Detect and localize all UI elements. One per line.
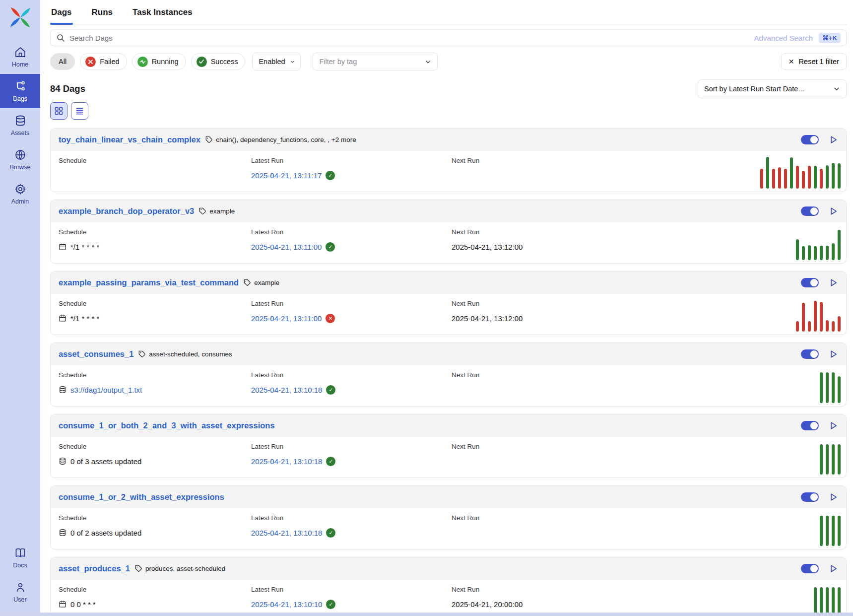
latest-run-time-link[interactable]: 2025-04-21, 13:10:18 bbox=[251, 386, 322, 394]
run-bar[interactable] bbox=[814, 301, 817, 332]
latest-run-time-link[interactable]: 2025-04-21, 13:11:17 bbox=[251, 171, 322, 180]
run-bar[interactable] bbox=[796, 321, 799, 332]
tag-filter-select[interactable]: Filter by tag bbox=[313, 53, 438, 70]
run-bar[interactable] bbox=[796, 239, 799, 260]
dag-name-link[interactable]: example_passing_params_via_test_command bbox=[59, 278, 239, 287]
dag-name-link[interactable]: toy_chain_linear_vs_chain_complex bbox=[59, 135, 200, 144]
run-bar[interactable] bbox=[838, 516, 841, 546]
run-bar[interactable] bbox=[832, 321, 835, 332]
advanced-search-link[interactable]: Advanced Search bbox=[754, 34, 813, 42]
latest-run-time-link[interactable]: 2025-04-21, 13:11:00 bbox=[251, 314, 322, 323]
enabled-filter-select[interactable]: Enabled bbox=[252, 53, 301, 70]
run-bar[interactable] bbox=[814, 246, 817, 260]
run-bar[interactable] bbox=[802, 303, 805, 332]
tab-task-instances[interactable]: Task Instances bbox=[131, 7, 194, 24]
airflow-logo-icon[interactable] bbox=[9, 6, 32, 29]
dag-pause-toggle[interactable] bbox=[801, 278, 819, 287]
dag-name-link[interactable]: example_branch_dop_operator_v3 bbox=[59, 206, 194, 216]
run-bar[interactable] bbox=[832, 587, 835, 616]
trigger-dag-button[interactable] bbox=[829, 421, 838, 430]
run-bar[interactable] bbox=[808, 245, 811, 260]
dag-name-link[interactable]: consume_1_or_2_with_asset_expressions bbox=[59, 492, 224, 502]
run-bar[interactable] bbox=[796, 166, 799, 189]
run-bar[interactable] bbox=[838, 376, 841, 403]
run-bar[interactable] bbox=[802, 171, 805, 189]
run-bar[interactable] bbox=[814, 587, 817, 616]
dag-name-link[interactable]: asset_produces_1 bbox=[59, 564, 130, 573]
run-bar[interactable] bbox=[832, 444, 835, 475]
run-bar[interactable] bbox=[820, 246, 823, 260]
latest-run-time-link[interactable]: 2025-04-21, 13:10:18 bbox=[251, 457, 322, 466]
run-bar[interactable] bbox=[826, 587, 829, 616]
run-bar[interactable] bbox=[826, 444, 829, 475]
run-bar[interactable] bbox=[820, 444, 823, 475]
dag-pause-toggle[interactable] bbox=[801, 135, 819, 144]
run-bar[interactable] bbox=[820, 372, 823, 403]
dag-name-link[interactable]: consume_1_or_both_2_and_3_with_asset_exp… bbox=[59, 421, 275, 430]
run-bar[interactable] bbox=[832, 243, 835, 260]
latest-run-time-link[interactable]: 2025-04-21, 13:10:18 bbox=[251, 529, 322, 537]
run-bar[interactable] bbox=[826, 372, 829, 403]
trigger-dag-button[interactable] bbox=[829, 564, 838, 573]
run-bar[interactable] bbox=[814, 166, 817, 189]
run-bar[interactable] bbox=[838, 587, 841, 616]
run-bar[interactable] bbox=[766, 157, 769, 189]
run-bar[interactable] bbox=[808, 321, 811, 332]
dag-pause-toggle[interactable] bbox=[801, 492, 819, 502]
trigger-dag-button[interactable] bbox=[829, 206, 838, 216]
run-bar[interactable] bbox=[802, 246, 805, 260]
run-bar[interactable] bbox=[820, 302, 823, 332]
sidebar-item-admin[interactable]: Admin bbox=[0, 177, 40, 211]
run-bar[interactable] bbox=[826, 165, 829, 189]
card-view-button[interactable] bbox=[50, 102, 67, 120]
sidebar-item-label: Home bbox=[12, 61, 28, 68]
run-bar[interactable] bbox=[778, 167, 781, 189]
dag-pause-toggle[interactable] bbox=[801, 349, 819, 359]
reset-filter-button[interactable]: ✕ Reset 1 filter bbox=[781, 53, 847, 70]
filter-success-chip[interactable]: Success bbox=[191, 53, 246, 70]
run-bar[interactable] bbox=[826, 516, 829, 546]
sidebar-item-assets[interactable]: Assets bbox=[0, 108, 40, 142]
latest-run-time-link[interactable]: 2025-04-21, 13:10:10 bbox=[251, 600, 322, 609]
run-bar[interactable] bbox=[820, 169, 823, 189]
run-bar[interactable] bbox=[838, 230, 841, 260]
tab-dags[interactable]: Dags bbox=[50, 7, 73, 24]
trigger-dag-button[interactable] bbox=[829, 135, 838, 144]
run-bar[interactable] bbox=[820, 516, 823, 546]
run-bar[interactable] bbox=[790, 157, 793, 189]
list-view-button[interactable] bbox=[71, 102, 88, 120]
run-bar[interactable] bbox=[826, 320, 829, 332]
run-bar[interactable] bbox=[760, 169, 763, 189]
run-bar[interactable] bbox=[838, 316, 841, 332]
run-bar[interactable] bbox=[832, 372, 835, 403]
trigger-dag-button[interactable] bbox=[829, 349, 838, 359]
sidebar-item-docs[interactable]: Docs bbox=[0, 541, 40, 575]
next-run-column: Next Run 2025-04-21, 13:12:00 bbox=[452, 228, 846, 252]
sidebar-item-browse[interactable]: Browse bbox=[0, 142, 40, 177]
run-bar[interactable] bbox=[838, 444, 841, 475]
trigger-dag-button[interactable] bbox=[829, 278, 838, 287]
run-bar[interactable] bbox=[832, 163, 835, 189]
run-bar[interactable] bbox=[784, 169, 787, 189]
run-bar[interactable] bbox=[820, 587, 823, 616]
filter-running-chip[interactable]: Running bbox=[132, 53, 186, 70]
tab-runs[interactable]: Runs bbox=[91, 7, 114, 24]
dag-pause-toggle[interactable] bbox=[801, 564, 819, 573]
trigger-dag-button[interactable] bbox=[829, 492, 838, 502]
sidebar-item-user[interactable]: User bbox=[0, 575, 40, 609]
run-bar[interactable] bbox=[838, 163, 841, 189]
search-input[interactable] bbox=[50, 29, 847, 46]
run-bar[interactable] bbox=[772, 169, 775, 189]
dag-pause-toggle[interactable] bbox=[801, 421, 819, 430]
sidebar-item-home[interactable]: Home bbox=[0, 40, 40, 74]
dag-pause-toggle[interactable] bbox=[801, 206, 819, 216]
filter-failed-chip[interactable]: Failed bbox=[80, 53, 127, 70]
sidebar-item-dags[interactable]: Dags bbox=[0, 74, 40, 108]
dag-name-link[interactable]: asset_consumes_1 bbox=[59, 349, 133, 359]
run-bar[interactable] bbox=[832, 516, 835, 546]
filter-all-chip[interactable]: All bbox=[50, 53, 75, 70]
run-bar[interactable] bbox=[808, 166, 811, 189]
run-bar[interactable] bbox=[826, 246, 829, 260]
latest-run-time-link[interactable]: 2025-04-21, 13:11:00 bbox=[251, 243, 322, 251]
sort-select[interactable]: Sort by Latest Run Start Date... bbox=[698, 79, 847, 98]
